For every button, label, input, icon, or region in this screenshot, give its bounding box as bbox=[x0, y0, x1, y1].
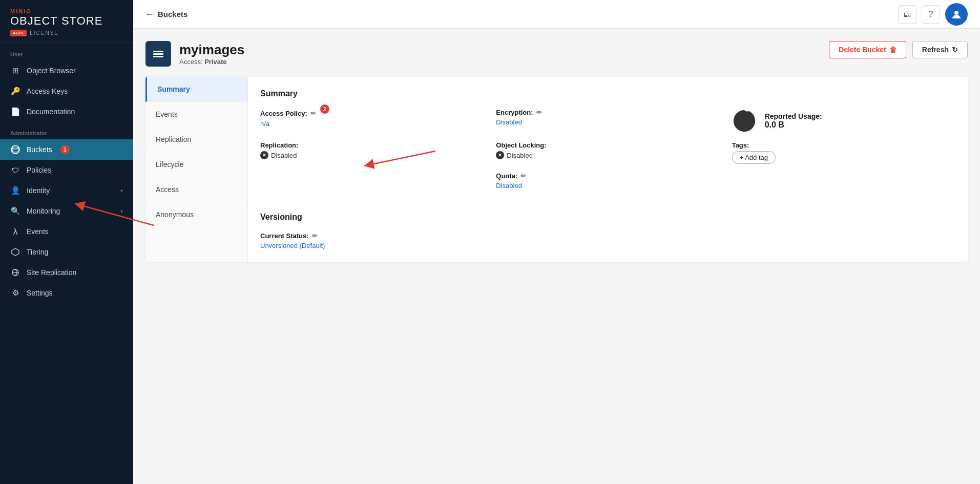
sidebar-item-label: Tiering bbox=[27, 248, 48, 256]
access-policy-edit-icon[interactable]: ✏ bbox=[310, 110, 316, 117]
access-policy-link[interactable]: n/a bbox=[260, 120, 269, 128]
quota-item: Quota: ✏ Disabled bbox=[496, 172, 719, 190]
object-locking-item: Object Locking: ✕ Disabled bbox=[496, 141, 719, 164]
logo-brand: MINIO bbox=[10, 8, 123, 14]
bucket-name: myimages bbox=[179, 42, 244, 58]
versioning-section: Versioning Current Status: ✏ Unversioned… bbox=[260, 213, 955, 249]
tab-summary[interactable]: Summary bbox=[145, 77, 247, 102]
access-policy-label: Access Policy: ✏ 2 bbox=[260, 109, 484, 118]
tab-lifecycle[interactable]: Lifecycle bbox=[145, 152, 247, 177]
tab-content-area: Summary Access Policy: ✏ 2 n/a bbox=[248, 77, 968, 262]
refresh-button[interactable]: Refresh ↻ bbox=[912, 41, 968, 58]
reported-usage-label: Reported Usage: bbox=[765, 112, 822, 120]
sidebar-item-documentation[interactable]: 📄 Documentation bbox=[0, 101, 133, 122]
buckets-badge: 1 bbox=[60, 145, 70, 154]
sidebar-item-policies[interactable]: 🛡 Policies bbox=[0, 160, 133, 180]
sidebar-item-events[interactable]: λ Events bbox=[0, 221, 133, 242]
sidebar-item-label: Documentation bbox=[27, 108, 75, 116]
tab-events[interactable]: Events bbox=[145, 102, 247, 127]
buckets-icon bbox=[10, 144, 20, 155]
sidebar-item-label: Buckets bbox=[27, 145, 52, 154]
add-tag-button[interactable]: + Add tag bbox=[732, 151, 776, 164]
sidebar: MINIO OBJECT STORE AGPL LICENSE User ⊞ O… bbox=[0, 0, 133, 484]
bucket-title-row: myimages Access: Private bbox=[145, 41, 244, 67]
object-locking-value: ✕ Disabled bbox=[496, 151, 719, 159]
sidebar-item-monitoring[interactable]: 🔍 Monitoring ▾ bbox=[0, 201, 133, 221]
encryption-label: Encryption: ✏ bbox=[496, 109, 719, 116]
logo-title: OBJECT STORE bbox=[10, 14, 123, 28]
bucket-actions: Delete Bucket 🗑 Refresh ↻ bbox=[829, 41, 968, 58]
access-policy-item: Access Policy: ✏ 2 n/a bbox=[260, 109, 484, 133]
settings-icon: ⚙ bbox=[10, 288, 20, 298]
tags-value: + Add tag bbox=[732, 151, 955, 164]
breadcrumb: Buckets bbox=[158, 10, 187, 18]
tags-label: Tags: bbox=[732, 141, 955, 149]
reported-usage-item: Reported Usage: 0.0 B bbox=[732, 109, 955, 133]
current-status-edit-icon[interactable]: ✏ bbox=[312, 232, 318, 240]
identity-chevron: ▾ bbox=[120, 188, 123, 194]
tab-layout: Summary Events Replication Lifecycle Acc… bbox=[145, 77, 968, 262]
usage-pie-chart bbox=[732, 109, 757, 133]
sidebar-item-label: Site Replication bbox=[27, 268, 76, 277]
events-icon: λ bbox=[10, 226, 20, 237]
svg-rect-5 bbox=[153, 53, 163, 55]
sidebar-item-label: Identity bbox=[27, 186, 50, 195]
usage-text-area: Reported Usage: 0.0 B bbox=[765, 112, 822, 130]
delete-bucket-button[interactable]: Delete Bucket 🗑 bbox=[829, 41, 906, 58]
summary-title: Summary bbox=[260, 89, 955, 98]
sidebar-item-label: Object Browser bbox=[27, 67, 76, 75]
svg-point-3 bbox=[954, 11, 958, 15]
sidebar-item-label: Events bbox=[27, 227, 49, 236]
sidebar-item-site-replication[interactable]: Site Replication bbox=[0, 262, 133, 283]
tags-item: Tags: + Add tag bbox=[732, 141, 955, 164]
user-section-label: User bbox=[0, 43, 133, 60]
monitoring-chevron: ▾ bbox=[120, 208, 123, 214]
agpl-badge: AGPL bbox=[10, 30, 27, 36]
refresh-icon: ↻ bbox=[952, 46, 958, 54]
tab-access[interactable]: Access bbox=[145, 177, 247, 202]
svg-rect-4 bbox=[153, 51, 163, 52]
chat-avatar-button[interactable] bbox=[945, 3, 968, 26]
reported-usage-value: 0.0 B bbox=[765, 120, 822, 130]
bucket-icon bbox=[145, 41, 171, 67]
license-text: LICENSE bbox=[30, 30, 59, 36]
monitoring-icon: 🔍 bbox=[10, 206, 20, 216]
help-icon-button[interactable]: ? bbox=[922, 5, 940, 24]
svg-point-1 bbox=[12, 147, 18, 149]
sidebar-item-label: Monitoring bbox=[27, 207, 60, 215]
topbar: ← Buckets 🗂 ? bbox=[133, 0, 980, 29]
bucket-name-area: myimages Access: Private bbox=[179, 42, 244, 66]
content-area: myimages Access: Private Delete Bucket 🗑… bbox=[133, 29, 980, 484]
sidebar-item-access-keys[interactable]: 🔑 Access Keys bbox=[0, 81, 133, 101]
sidebar-item-label: Access Keys bbox=[27, 87, 68, 95]
back-button[interactable]: ← bbox=[145, 10, 154, 19]
tab-navigation: Summary Events Replication Lifecycle Acc… bbox=[145, 77, 248, 262]
folder-icon-button[interactable]: 🗂 bbox=[898, 5, 916, 24]
svg-marker-2 bbox=[12, 248, 19, 256]
sidebar-item-object-browser[interactable]: ⊞ Object Browser bbox=[0, 60, 133, 81]
object-locking-label: Object Locking: bbox=[496, 141, 719, 149]
access-policy-value: n/a bbox=[260, 120, 484, 128]
access-keys-icon: 🔑 bbox=[10, 86, 20, 96]
current-status-link[interactable]: Unversioned (Default) bbox=[260, 242, 325, 249]
sidebar-item-buckets[interactable]: Buckets 1 bbox=[0, 139, 133, 160]
summary-info-grid: Access Policy: ✏ 2 n/a Encryption: ✏ bbox=[260, 109, 955, 190]
tab-replication[interactable]: Replication bbox=[145, 127, 247, 152]
section-divider bbox=[260, 200, 955, 200]
encryption-edit-icon[interactable]: ✏ bbox=[536, 109, 542, 116]
tiering-icon bbox=[10, 247, 20, 257]
replication-item: Replication: ✕ Disabled bbox=[260, 141, 484, 164]
bucket-access: Access: Private bbox=[179, 58, 244, 66]
admin-section-label: Administrator bbox=[0, 122, 133, 139]
trash-icon: 🗑 bbox=[889, 46, 896, 54]
sidebar-item-tiering[interactable]: Tiering bbox=[0, 242, 133, 262]
logo-license: AGPL LICENSE bbox=[10, 30, 123, 36]
access-policy-badge: 2 bbox=[320, 104, 329, 114]
quota-edit-icon[interactable]: ✏ bbox=[520, 172, 526, 180]
tab-anonymous[interactable]: Anonymous bbox=[145, 202, 247, 227]
svg-rect-6 bbox=[153, 56, 163, 57]
sidebar-item-identity[interactable]: 👤 Identity ▾ bbox=[0, 180, 133, 201]
replication-label: Replication: bbox=[260, 141, 484, 149]
sidebar-item-settings[interactable]: ⚙ Settings bbox=[0, 283, 133, 303]
logo-area: MINIO OBJECT STORE AGPL LICENSE bbox=[0, 0, 133, 43]
